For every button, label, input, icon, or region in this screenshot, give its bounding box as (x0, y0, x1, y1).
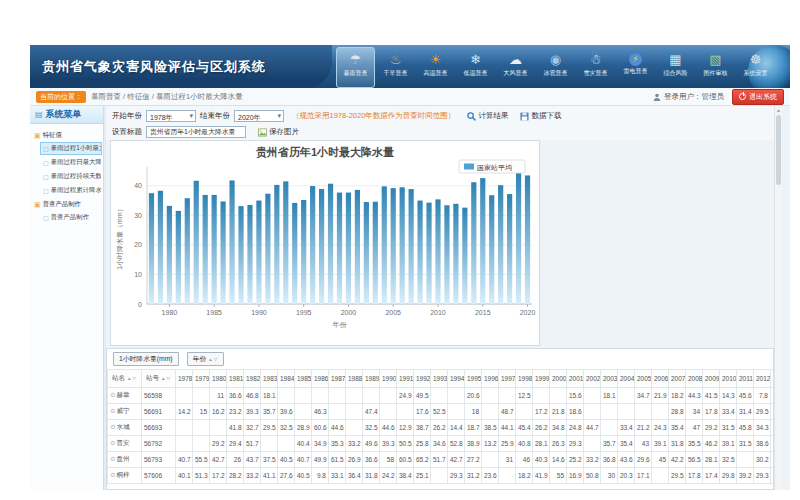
rainfall-bar[interactable] (391, 188, 396, 304)
nav-item-8[interactable]: ⚡雷电普查 (616, 47, 655, 88)
calculate-button[interactable]: 计算结果 (467, 111, 508, 121)
chart-title-input[interactable] (146, 126, 246, 138)
sidebar-item-1-2[interactable]: ▢暴雨过程日最大降水量 (40, 156, 102, 169)
rainfall-bar[interactable] (247, 205, 252, 304)
sidebar-item-2-1[interactable]: ▢普查产品制作 (40, 211, 102, 224)
rainfall-bar[interactable] (525, 175, 530, 304)
scroll-up-arrow[interactable]: ▲ (775, 106, 782, 114)
nav-item-6[interactable]: ◉冰雹普查 (536, 47, 575, 88)
rainfall-bar[interactable] (238, 206, 243, 304)
rainfall-bar[interactable] (328, 184, 333, 304)
rainfall-bar[interactable] (471, 182, 476, 304)
nav-item-4[interactable]: ❄低温普查 (456, 47, 495, 88)
expand-icon[interactable]: ⊙ (110, 423, 115, 430)
rainfall-bar[interactable] (274, 185, 279, 304)
rainfall-bar[interactable] (176, 211, 181, 304)
station-id: 56598 (142, 388, 176, 404)
rainfall-bar[interactable] (203, 195, 208, 304)
rainfall-bar[interactable] (489, 195, 494, 304)
year-header: 2006 (652, 370, 669, 388)
value-field-chip[interactable]: 1小时降水量(mm) (113, 352, 179, 366)
rainfall-bar[interactable] (453, 204, 458, 304)
value-cell: 55 (550, 468, 567, 484)
gale-icon: ☁ (497, 51, 534, 68)
rainfall-bar[interactable] (158, 191, 163, 304)
rainfall-bar[interactable] (301, 200, 306, 304)
end-year-select[interactable]: 2020年 (234, 110, 284, 122)
value-cell: 43 (635, 436, 652, 452)
sidebar-group-1[interactable]: ▣特征值 (34, 131, 102, 140)
value-cell: 11 (210, 388, 227, 404)
sidebar-item-1-4[interactable]: ▢暴雨过程累计降水量 (40, 184, 102, 197)
sort-icons[interactable]: ▲▽ (208, 357, 218, 362)
rainfall-bar[interactable] (212, 195, 217, 304)
rainfall-bar[interactable] (498, 185, 503, 304)
rainfall-bar[interactable] (256, 201, 261, 304)
rainfall-bar[interactable] (265, 194, 270, 304)
nav-item-11[interactable]: ☸系统设置 (736, 47, 775, 88)
expand-icon[interactable]: ⊙ (110, 391, 115, 398)
nav-item-1[interactable]: ☂暴雨普查 (336, 47, 375, 88)
legend[interactable]: 国家站平均 (459, 160, 525, 173)
sidebar-item-1-1[interactable]: ▢暴雨过程1小时最大降水量 (40, 142, 102, 155)
year-header: 1999 (533, 370, 550, 388)
rainfall-bar[interactable] (507, 194, 512, 304)
rainfall-bar[interactable] (149, 193, 154, 304)
station-id: 56693 (142, 420, 176, 436)
nav-item-10[interactable]: ▧图件审核 (696, 47, 735, 88)
rainfall-bar[interactable] (400, 187, 405, 304)
value-cell (533, 388, 550, 404)
nav-item-5[interactable]: ☁大风普查 (496, 47, 535, 88)
rainfall-bar[interactable] (292, 203, 297, 304)
start-year-select[interactable]: 1978年 (146, 110, 196, 122)
expand-icon[interactable]: ⊙ (110, 439, 115, 446)
scrollbar-thumb[interactable] (776, 115, 781, 185)
rainfall-bar[interactable] (435, 199, 440, 304)
expand-icon[interactable]: ⊙ (110, 455, 115, 462)
rainfall-bar[interactable] (355, 190, 360, 304)
rainfall-bar[interactable] (283, 181, 288, 304)
rainfall-bar[interactable] (462, 208, 467, 304)
rainfall-bar[interactable] (382, 186, 387, 304)
expand-icon[interactable]: ⊙ (110, 407, 115, 414)
save-image-button[interactable]: 保存图片 (258, 127, 299, 137)
value-cell: 40.3 (533, 452, 550, 468)
pivot-table-panel: 1小时降水量(mm) 年份▲▽ 站名▲▽站号▲▽1978197919801981… (106, 348, 774, 490)
station-id-header[interactable]: 站号▲▽ (142, 370, 176, 388)
value-cell: 55.5 (193, 452, 210, 468)
vertical-scrollbar[interactable]: ▲ (774, 106, 782, 490)
nav-item-2[interactable]: ♨干旱普查 (376, 47, 415, 88)
rainfall-bar[interactable] (337, 193, 342, 304)
rainfall-bar[interactable] (310, 186, 315, 304)
rainfall-bar[interactable] (373, 202, 378, 304)
rainfall-bar[interactable] (409, 189, 414, 304)
nav-item-7[interactable]: ☃雪灾普查 (576, 47, 615, 88)
value-cell (193, 420, 210, 436)
rainfall-bar[interactable] (185, 198, 190, 304)
rainfall-bar[interactable] (221, 201, 226, 304)
rainfall-bar[interactable] (426, 203, 431, 304)
rainfall-bar[interactable] (364, 202, 369, 304)
rainfall-bar[interactable] (319, 189, 324, 304)
rainfall-bar[interactable] (417, 201, 422, 304)
sidebar-group-2[interactable]: ▣普查产品制作 (34, 200, 102, 209)
nav-item-9[interactable]: ▦综合风险 (656, 47, 695, 88)
logout-button[interactable]: 退出系统 (732, 89, 784, 105)
expand-icon[interactable]: ⊙ (110, 471, 115, 478)
rainfall-bar[interactable] (167, 206, 172, 304)
rainfall-bar[interactable] (194, 181, 199, 304)
sidebar-item-1-3[interactable]: ▢暴雨过程持续天数 (40, 170, 102, 183)
rainfall-bar[interactable] (229, 180, 234, 304)
column-field-chip[interactable]: 年份▲▽ (187, 352, 225, 366)
sidebar-title: ▤ 系统菜单 (30, 106, 103, 124)
data-download-button[interactable]: 数据下载 (520, 111, 561, 121)
station-name-header[interactable]: 站名▲▽ (108, 370, 142, 388)
chart-title-label: 设置标题 (112, 127, 142, 137)
nav-item-3[interactable]: ☀高温普查 (416, 47, 455, 88)
grid-scroll-area[interactable]: 站名▲▽站号▲▽19781979198019811982198319841985… (107, 369, 773, 489)
rainfall-bar[interactable] (516, 173, 521, 304)
rainfall-bar[interactable] (444, 205, 449, 304)
rainfall-bar[interactable] (346, 193, 351, 304)
rainfall-bar[interactable] (480, 178, 485, 304)
value-cell (295, 388, 312, 404)
